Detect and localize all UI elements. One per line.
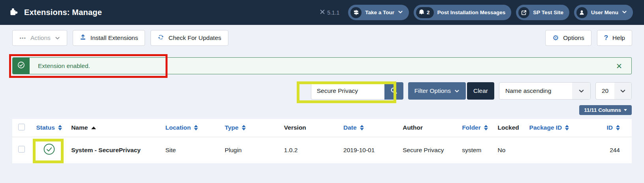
actions-button[interactable]: ⋯ Actions — [12, 30, 67, 46]
ellipsis-icon: ⋯ — [19, 34, 26, 42]
close-icon[interactable]: ✕ — [607, 58, 631, 74]
actions-label: Actions — [30, 34, 51, 42]
sort-header-status[interactable]: Status — [36, 124, 62, 131]
check-for-updates-button[interactable]: Check For Updates — [151, 30, 228, 46]
package-id-cell — [526, 137, 577, 163]
locked-cell: No — [494, 137, 526, 163]
filter-options-button[interactable]: Filter Options — [408, 82, 466, 100]
joomla-logo-icon — [320, 9, 325, 16]
row-checkbox[interactable] — [18, 146, 25, 153]
help-label: Help — [612, 34, 625, 42]
version-cell: 1.0.2 — [281, 137, 340, 163]
bell-icon — [419, 9, 424, 16]
refresh-icon — [158, 34, 164, 42]
id-header-label: ID — [607, 124, 613, 131]
sort-header-location[interactable]: Location — [165, 124, 198, 131]
sort-icon — [58, 125, 62, 130]
take-a-tour-label: Take a Tour — [365, 9, 394, 15]
toolbar-right-group: ⚙ Options ? Help — [545, 30, 632, 46]
sort-header-type[interactable]: Type — [225, 124, 246, 131]
alert-message: Extension enabled. — [30, 58, 607, 74]
chevron-down-icon — [614, 83, 631, 99]
check-circle-icon — [17, 61, 25, 70]
chevron-down-icon — [622, 9, 627, 16]
sort-header-name[interactable]: Name — [71, 124, 96, 131]
gear-icon: ⚙ — [552, 34, 559, 42]
puzzle-piece-icon — [9, 7, 19, 18]
sort-header-folder[interactable]: Folder — [462, 124, 488, 131]
select-all-checkbox[interactable] — [18, 124, 25, 130]
check-circle-icon — [43, 143, 55, 157]
folder-header-label: Folder — [462, 124, 480, 131]
search-button[interactable] — [384, 82, 403, 100]
type-cell: Plugin — [221, 137, 281, 163]
columns-toggle-button[interactable]: 11/11 Columns — [579, 105, 632, 115]
author-header-label: Author — [403, 124, 423, 131]
help-button[interactable]: ? Help — [597, 30, 632, 46]
location-header-label: Location — [165, 124, 191, 131]
alert-icon-cell — [13, 58, 30, 74]
extension-name-cell: System - SecurePrivacy — [68, 137, 162, 163]
search-input[interactable] — [311, 82, 384, 100]
extensions-table: Status Name Location Type Version Date A… — [12, 119, 632, 163]
take-a-tour-button[interactable]: Take a Tour — [348, 5, 409, 20]
version-number: 5.1.1 — [327, 9, 339, 16]
search-icon — [390, 87, 397, 95]
chevron-down-icon — [454, 89, 459, 94]
options-label: Options — [563, 34, 584, 42]
top-bar: Extensions: Manage 5.1.1 Take a Tour 2 — [0, 0, 644, 25]
filter-options-label: Filter Options — [414, 87, 451, 94]
filter-bar: Filter Options Clear Name ascending 20 — [0, 82, 644, 100]
type-header-label: Type — [225, 124, 239, 131]
install-extensions-label: Install Extensions — [90, 34, 138, 42]
location-cell: Site — [162, 137, 221, 163]
sort-icon — [616, 125, 620, 130]
sort-icon — [242, 125, 246, 130]
check-for-updates-label: Check For Updates — [168, 34, 221, 42]
table-header-row: Status Name Location Type Version Date A… — [12, 119, 632, 137]
sort-order-value: Name ascending — [499, 83, 572, 99]
signpost-icon — [350, 7, 362, 18]
version-header-label: Version — [284, 124, 306, 131]
sort-order-select[interactable]: Name ascending — [499, 82, 591, 100]
clear-button[interactable]: Clear — [467, 82, 494, 100]
upload-icon — [80, 34, 86, 42]
toolbar-left-group: ⋯ Actions Install Extensions Check For U… — [12, 30, 228, 46]
page-size-select[interactable]: 20 — [595, 82, 632, 100]
sort-icon — [360, 125, 364, 130]
locked-header-label: Locked — [498, 124, 519, 131]
package-id-header-label: Package ID — [529, 124, 562, 131]
install-extensions-button[interactable]: Install Extensions — [73, 30, 145, 46]
sort-header-date[interactable]: Date — [343, 124, 364, 131]
topbar-actions: 5.1.1 Take a Tour 2 Post Installation Me… — [320, 5, 633, 20]
user-menu-button[interactable]: User Menu — [574, 5, 633, 20]
caret-down-icon — [624, 109, 627, 111]
chevron-down-icon — [398, 9, 403, 16]
toolbar: ⋯ Actions Install Extensions Check For U… — [0, 25, 644, 46]
sort-header-package-id[interactable]: Package ID — [529, 124, 569, 131]
folder-cell: system — [458, 137, 494, 163]
id-cell: 244 — [577, 137, 632, 163]
sp-test-site-label: SP Test Site — [533, 9, 563, 15]
post-installation-messages-button[interactable]: 2 Post Installation Messages — [414, 5, 511, 20]
options-button[interactable]: ⚙ Options — [545, 30, 591, 46]
page-title: Extensions: Manage — [24, 8, 102, 17]
chevron-down-icon — [572, 83, 590, 99]
sort-header-id[interactable]: ID — [607, 124, 620, 131]
page-size-value: 20 — [596, 83, 614, 99]
date-header-label: Date — [343, 124, 357, 131]
search-group — [311, 82, 403, 100]
status-enabled-toggle[interactable] — [43, 143, 55, 157]
name-header-label: Name — [71, 124, 88, 131]
sort-ascending-icon — [91, 126, 96, 129]
user-icon — [576, 7, 588, 18]
external-link-icon — [518, 7, 529, 18]
author-cell: Secure Privacy — [399, 137, 458, 163]
post-installation-messages-label: Post Installation Messages — [437, 9, 506, 15]
joomla-version: 5.1.1 — [320, 9, 339, 16]
user-menu-label: User Menu — [591, 9, 618, 15]
sp-test-site-button[interactable]: SP Test Site — [516, 5, 569, 20]
notification-badge: 2 — [416, 7, 434, 18]
clear-label: Clear — [473, 87, 488, 94]
date-cell: 2019-10-01 — [340, 137, 399, 163]
